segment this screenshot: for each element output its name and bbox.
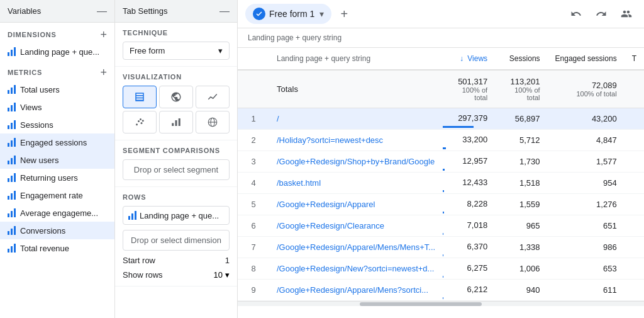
horizontal-scrollbar[interactable] — [238, 301, 644, 306]
metric-icon-4 — [8, 155, 15, 165]
metric-label-7: Average engageme... — [20, 208, 98, 218]
row-sessions-6: 1,338 — [495, 237, 547, 258]
row-t-5 — [625, 215, 644, 237]
table-row: 1 / 297,379 56,897 43,200 — [238, 108, 644, 130]
technique-dropdown[interactable]: Free form ▾ — [123, 42, 230, 60]
col-engaged[interactable]: Engaged sessions — [548, 48, 625, 70]
col-views[interactable]: ↓ Views — [443, 48, 495, 70]
table-row: 3 /Google+Redesign/Shop+by+Brand/Google … — [238, 151, 644, 173]
row-engaged-0: 43,200 — [548, 108, 625, 130]
row-page-8[interactable]: /Google+Redesign/Apparel/Mens?sortci... — [269, 280, 443, 301]
variables-minimize[interactable]: — — [97, 6, 107, 16]
col-t[interactable]: T — [625, 48, 644, 70]
row-sessions-7: 1,006 — [495, 258, 547, 280]
metric-label-6: Engagement rate — [20, 191, 83, 200]
start-row-label: Start row — [123, 256, 155, 265]
tab-bar: Free form 1 ▾ + — [238, 0, 644, 28]
row-engaged-6: 986 — [548, 237, 625, 258]
show-rows-arrow-icon: ▾ — [225, 270, 230, 280]
tab-dropdown-icon[interactable]: ▾ — [319, 9, 324, 19]
row-page-1[interactable]: /Holiday?sortci=newest+desc — [269, 130, 443, 151]
row-sessions-1: 5,712 — [495, 130, 547, 151]
metric-icon-1 — [8, 102, 15, 112]
add-tab-button[interactable]: + — [334, 4, 354, 24]
metric-item-3[interactable]: Engaged sessions — [0, 133, 114, 151]
row-num-3: 4 — [238, 173, 269, 194]
metric-item-5[interactable]: Returning users — [0, 169, 114, 186]
show-rows-control[interactable]: 10 ▾ — [214, 270, 230, 280]
totals-num — [238, 70, 269, 108]
row-num-7: 8 — [238, 258, 269, 280]
rows-label: ROWS — [123, 193, 230, 201]
technique-section: TECHNIQUE Free form ▾ — [115, 23, 237, 67]
metric-item-2[interactable]: Sessions — [0, 116, 114, 133]
chip-icon — [128, 210, 136, 220]
views-bar-5 — [443, 233, 443, 235]
viz-table-button[interactable] — [123, 86, 157, 108]
svg-point-0 — [136, 123, 138, 125]
metric-item-7[interactable]: Average engageme... — [0, 204, 114, 222]
viz-globe-button[interactable] — [196, 111, 230, 133]
dimension-chip[interactable]: Landing page + que... — [123, 206, 230, 225]
table-row: 7 /Google+Redesign/Apparel/Mens/Mens+T..… — [238, 237, 644, 258]
tab-icon — [253, 8, 265, 20]
row-engaged-5: 651 — [548, 215, 625, 237]
drop-dimension-button[interactable]: Drop or select dimension — [123, 230, 230, 251]
metric-item-9[interactable]: Total revenue — [0, 239, 114, 257]
row-page-7[interactable]: /Google+Redesign/New?sortci=newest+d... — [269, 258, 443, 280]
viz-scatter-button[interactable] — [123, 111, 157, 133]
scrollbar-thumb[interactable] — [360, 302, 482, 306]
row-page-4[interactable]: /Google+Redesign/Apparel — [269, 194, 443, 215]
metric-label-5: Returning users — [20, 173, 78, 183]
add-metric-button[interactable]: + — [100, 67, 107, 78]
views-bar-7 — [443, 276, 443, 278]
rows-section: ROWS Landing page + que... Drop or selec… — [115, 187, 237, 287]
metric-icon-0 — [8, 84, 15, 94]
row-num-6: 7 — [238, 237, 269, 258]
viz-line-button[interactable] — [196, 86, 230, 108]
dimensions-section-header: DIMENSIONS + — [0, 23, 114, 43]
tab-name: Free form 1 — [269, 9, 314, 19]
technique-value: Free form — [130, 46, 165, 55]
metric-item-0[interactable]: Total users — [0, 81, 114, 98]
svg-rect-6 — [175, 120, 177, 126]
row-page-5[interactable]: /Google+Redesign/Clearance — [269, 215, 443, 237]
row-engaged-7: 653 — [548, 258, 625, 280]
undo-button[interactable] — [566, 4, 586, 24]
add-dimension-button[interactable]: + — [100, 29, 107, 40]
free-form-tab[interactable]: Free form 1 ▾ — [245, 4, 331, 24]
metric-label-3: Engaged sessions — [20, 138, 87, 147]
tab-settings-minimize[interactable]: — — [219, 6, 230, 16]
col-sessions[interactable]: Sessions — [495, 48, 547, 70]
row-views-1: 33,200 — [443, 130, 495, 151]
row-page-0[interactable]: / — [269, 108, 443, 130]
svg-rect-5 — [172, 123, 174, 127]
metric-icon-6 — [8, 190, 15, 200]
row-num-8: 9 — [238, 280, 269, 301]
svg-point-3 — [140, 118, 142, 120]
technique-arrow-icon: ▾ — [218, 46, 223, 55]
totals-views-sub: 100% of total — [450, 86, 487, 101]
metric-item-1[interactable]: Views — [0, 98, 114, 116]
row-page-6[interactable]: /Google+Redesign/Apparel/Mens/Mens+T... — [269, 237, 443, 258]
metric-item-4[interactable]: New users — [0, 151, 114, 169]
metric-label-2: Sessions — [20, 120, 53, 130]
row-page-3[interactable]: /basket.html — [269, 173, 443, 194]
viz-pie-button[interactable] — [159, 86, 193, 108]
col-page[interactable]: Landing page + query string — [269, 48, 443, 70]
row-sessions-3: 1,518 — [495, 173, 547, 194]
dimension-label: Landing page + que... — [20, 47, 99, 57]
metric-item-8[interactable]: Conversions — [0, 222, 114, 239]
share-button[interactable] — [616, 4, 636, 24]
metric-item-6[interactable]: Engagement rate — [0, 186, 114, 204]
drop-segment-button[interactable]: Drop or select segment — [123, 159, 230, 180]
viz-bar-button[interactable] — [159, 111, 193, 133]
dimension-item-landing-page[interactable]: Landing page + que... — [0, 43, 114, 60]
table-subtitle: Landing page + query string — [238, 28, 644, 48]
show-rows-value: 10 — [214, 270, 223, 280]
table-row: 2 /Holiday?sortci=newest+desc 33,200 5,7… — [238, 130, 644, 151]
visualization-label: VISUALIZATION — [123, 73, 230, 81]
redo-button[interactable] — [591, 4, 611, 24]
start-row-value: 1 — [225, 256, 230, 265]
row-page-2[interactable]: /Google+Redesign/Shop+by+Brand/Google — [269, 151, 443, 173]
